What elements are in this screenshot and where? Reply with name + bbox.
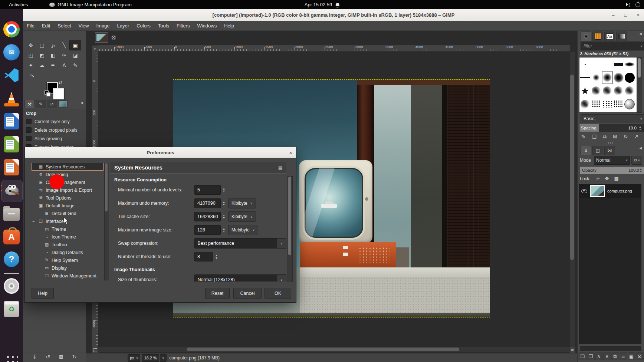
brush-cell[interactable] — [613, 98, 624, 111]
dock-item-chrome[interactable] — [3, 20, 20, 38]
undo-levels-input[interactable]: 5 — [194, 185, 221, 195]
close-view-icon[interactable]: ⊠ — [111, 34, 116, 41]
tree-item[interactable]: ⚙ Debugging — [32, 171, 104, 178]
tree-item[interactable]: ⊞ Default Grid — [32, 210, 104, 217]
tab-gradients[interactable] — [616, 32, 627, 41]
tab-undo-history[interactable]: ↺ — [47, 100, 57, 108]
menu-item[interactable]: Layer — [114, 23, 133, 29]
window-title-bar[interactable]: [computer] (imported)-1.0 (RGB color 8-b… — [23, 9, 644, 21]
system-status-area[interactable]: ) — [626, 2, 640, 7]
brush-cell[interactable] — [591, 57, 602, 71]
show-applications-button[interactable] — [5, 354, 18, 362]
default-colors-icon[interactable] — [45, 90, 49, 95]
image-view-tab[interactable] — [95, 32, 108, 43]
menu-item[interactable]: Filters — [173, 23, 193, 29]
dock-item-thunderbird[interactable]: ✉ — [3, 43, 20, 61]
tool-button[interactable]: ▣ — [70, 40, 81, 50]
background-color-swatch[interactable] — [53, 88, 64, 99]
menu-item[interactable]: Image — [92, 23, 113, 29]
preset-action-button[interactable]: ⊠ — [59, 354, 63, 360]
tool-button[interactable]: ✒ — [47, 60, 59, 70]
brush-filter-input[interactable]: filter ∨ — [581, 42, 644, 50]
tree-scrollbar-thumb[interactable] — [105, 163, 108, 211]
ok-button[interactable]: OK — [264, 288, 291, 299]
menu-item[interactable]: Windows — [193, 23, 220, 29]
brush-cell[interactable] — [613, 57, 624, 71]
checkbox[interactable] — [26, 136, 32, 141]
layer-action-button[interactable]: ∧ — [595, 352, 603, 360]
brush-grid-scrollbar[interactable] — [637, 57, 642, 113]
preset-action-button[interactable]: ↻ — [72, 354, 77, 360]
dock-item-writer[interactable] — [3, 112, 20, 130]
layers-scrollbar[interactable] — [580, 346, 641, 351]
brush-action-button[interactable]: ⧉ — [603, 134, 607, 140]
tile-cache-unit-dropdown[interactable]: Kibibyte∨ — [228, 211, 256, 222]
checkbox[interactable] — [26, 119, 32, 124]
dock-item-software[interactable]: A — [3, 227, 20, 245]
brush-cell[interactable] — [591, 71, 602, 84]
preset-action-button[interactable]: ↧ — [33, 354, 37, 360]
tree-item[interactable]: ▤ Theme — [32, 225, 104, 233]
layer-action-button[interactable]: ⊠ — [636, 352, 644, 360]
menu-item[interactable]: View — [75, 23, 93, 29]
brush-action-button[interactable]: ⊠ — [613, 134, 617, 140]
brush-cell-selected[interactable] — [602, 71, 613, 84]
brush-cell[interactable] — [579, 98, 591, 111]
lock-toggle[interactable]: ✑ — [596, 176, 600, 181]
brush-cell[interactable] — [613, 71, 624, 84]
close-button[interactable]: × — [637, 12, 640, 18]
brush-cell[interactable] — [579, 71, 591, 84]
brush-cell[interactable] — [602, 57, 613, 71]
brush-cell[interactable] — [624, 84, 635, 98]
thumbnail-size-dropdown[interactable]: Normal (128x128)∨ — [194, 274, 286, 282]
vertical-scrollbar-thumb[interactable] — [570, 75, 574, 260]
tree-item[interactable]: ↻ Help System — [32, 256, 104, 264]
tree-item[interactable]: ⚒ Tool Options — [32, 194, 104, 202]
tab-image-thumbnail[interactable] — [58, 100, 68, 108]
spinner[interactable]: ▲▼ — [221, 225, 227, 235]
brush-cell[interactable] — [613, 84, 624, 98]
lock-toggle[interactable]: ✥ — [605, 176, 609, 181]
brush-scrollbar-thumb[interactable] — [638, 58, 641, 78]
tree-item[interactable]: ◉ Color Management — [32, 178, 104, 186]
spinner[interactable]: ▲▼ — [221, 185, 227, 195]
menu-item[interactable]: Colors — [133, 23, 154, 29]
menu-item[interactable]: Edit — [38, 23, 54, 29]
tree-item[interactable]: ▣ Default Image — [32, 202, 104, 210]
mode-reset-button[interactable]: ↺∨ — [631, 156, 642, 165]
brush-grid[interactable]: ★ — [579, 57, 637, 113]
tab-channels[interactable]: ◫ — [592, 146, 603, 155]
brush-cell[interactable] — [591, 98, 602, 111]
panel-resize-handle[interactable]: ••• — [578, 141, 644, 145]
tool-button[interactable]: ◩ — [36, 50, 47, 60]
zoom-value-box[interactable]: 18.2 % — [142, 354, 159, 362]
tool-button[interactable]: ◪ — [70, 50, 81, 60]
menu-item[interactable]: Select — [54, 23, 75, 29]
vertical-scrollbar[interactable] — [569, 51, 575, 348]
brush-cell[interactable] — [579, 111, 591, 113]
reset-button[interactable]: Reset — [205, 288, 230, 299]
navigation-button[interactable]: ▦ — [569, 347, 575, 353]
cancel-button[interactable]: Cancel — [233, 288, 262, 299]
layer-action-button[interactable]: ≣ — [620, 352, 627, 360]
brush-cell[interactable] — [579, 57, 591, 71]
menu-item[interactable]: File — [23, 23, 38, 29]
dock-menu-arrow-icon[interactable]: ◀ — [639, 146, 642, 150]
brush-cell[interactable] — [624, 71, 635, 84]
maximize-button[interactable]: □ — [624, 12, 627, 18]
brush-cell[interactable] — [624, 111, 635, 113]
tool-button[interactable]: ✎ — [70, 60, 81, 70]
tool-button[interactable]: ◧ — [47, 50, 59, 60]
tree-scrollbar[interactable] — [104, 163, 109, 280]
dock-menu-arrow-icon[interactable]: ◀ — [80, 101, 83, 105]
spinner[interactable]: ▲▼ — [221, 198, 227, 208]
tree-item[interactable]: ▭ Display — [32, 264, 104, 272]
tree-item[interactable]: ❐ Window Management — [32, 272, 104, 280]
layer-action-button[interactable]: ∨ — [603, 352, 611, 360]
tab-tool-options[interactable]: ⚒ — [24, 100, 35, 108]
tool-button[interactable]: ▢ — [36, 40, 47, 50]
brush-cell[interactable] — [591, 84, 602, 98]
tree-item[interactable]: ◔ Dialog Defaults — [32, 249, 104, 256]
swap-colors-icon[interactable]: ⇄ — [59, 80, 62, 85]
activities-button[interactable]: Activities — [9, 2, 28, 7]
